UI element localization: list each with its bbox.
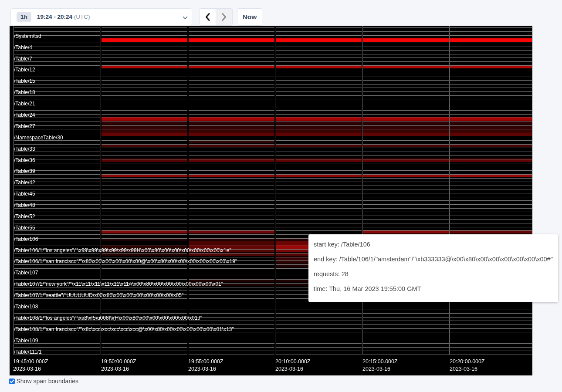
svg-text:/Table/4: /Table/4 [14, 44, 32, 51]
svg-text:20:20:00.000Z: 20:20:00.000Z [450, 358, 485, 365]
svg-text:/Table/107: /Table/107 [14, 270, 38, 276]
svg-text:19:45:00.000Z: 19:45:00.000Z [13, 358, 48, 365]
svg-text:20:15:00.000Z: 20:15:00.000Z [362, 358, 398, 365]
svg-text:/Table/108: /Table/108 [14, 304, 38, 310]
svg-text:/Table/7: /Table/7 [14, 56, 32, 62]
svg-text:/System/tsd: /System/tsd [14, 33, 41, 39]
svg-text:/Table/107/1/"new york"/"\x11\: /Table/107/1/"new york"/"\x11\x11\x11\x1… [14, 281, 223, 287]
svg-text:/Table/33: /Table/33 [14, 146, 35, 152]
svg-text:2023-03-16: 2023-03-16 [275, 366, 303, 372]
svg-text:/Table/109: /Table/109 [14, 338, 38, 344]
svg-text:19:50:00.000Z: 19:50:00.000Z [101, 358, 136, 365]
svg-text:/Table/107/1/"seattle"/"UUUUUU: /Table/107/1/"seattle"/"UUUUUUD\x00\x80\… [14, 292, 183, 298]
svg-text:/Table/108/1/"san francisco"/": /Table/108/1/"san francisco"/"\x8c\xcc\x… [14, 326, 234, 332]
svg-text:/Table/21: /Table/21 [14, 101, 35, 107]
svg-text:/Table/52: /Table/52 [14, 213, 35, 220]
svg-text:/Table/39: /Table/39 [14, 168, 35, 174]
svg-text:2023-03-16: 2023-03-16 [101, 366, 129, 372]
svg-text:/Table/18: /Table/18 [14, 89, 35, 95]
svg-text:/Table/48: /Table/48 [14, 202, 35, 208]
svg-text:/Table/106/1/"los angeles"/"\x: /Table/106/1/"los angeles"/"\x99\x99\x99… [14, 247, 231, 253]
svg-text:/Table/12: /Table/12 [14, 67, 35, 73]
svg-text:/Table/111/1: /Table/111/1 [14, 349, 42, 355]
svg-text:/Table/106: /Table/106 [14, 236, 38, 242]
svg-text:2023-03-16: 2023-03-16 [450, 366, 477, 372]
svg-text:/Table/108/1/"los angeles"/"\x: /Table/108/1/"los angeles"/"\xa8\xf5\u00… [14, 315, 202, 321]
svg-text:19:55:00.000Z: 19:55:00.000Z [188, 358, 223, 365]
svg-text:/Table/106/1/"san francisco"/": /Table/106/1/"san francisco"/"\x80\x00\x… [14, 258, 237, 264]
svg-text:/Table/55: /Table/55 [14, 225, 35, 231]
svg-text:/Table/15: /Table/15 [14, 78, 35, 84]
svg-text:2023-03-16: 2023-03-16 [362, 366, 390, 372]
svg-text:/Table/42: /Table/42 [14, 179, 35, 186]
svg-text:/Table/27: /Table/27 [14, 123, 35, 129]
svg-text:/Table/45: /Table/45 [14, 191, 35, 197]
svg-text:/Table/24: /Table/24 [14, 112, 35, 118]
svg-text:/NamespaceTable/30: /NamespaceTable/30 [14, 135, 63, 141]
svg-text:2023-03-16: 2023-03-16 [188, 366, 216, 372]
svg-text:20:10:00.000Z: 20:10:00.000Z [275, 358, 311, 365]
svg-text:/Table/36: /Table/36 [14, 157, 35, 163]
svg-text:2023-03-16: 2023-03-16 [13, 366, 41, 372]
